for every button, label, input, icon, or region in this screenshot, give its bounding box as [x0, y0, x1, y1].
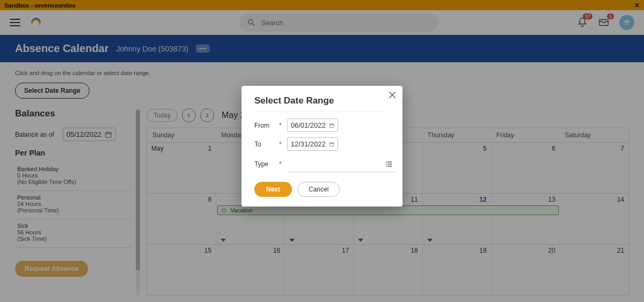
cancel-button[interactable]: Cancel [297, 182, 340, 197]
modal-close-button[interactable] [387, 90, 397, 100]
svg-point-20 [386, 164, 387, 165]
to-date-value: 12/31/2022 [291, 140, 326, 148]
calendar-icon [329, 141, 334, 148]
svg-rect-8 [330, 124, 333, 128]
select-date-range-modal: Select Date Range From * 06/01/2022 To *… [241, 86, 402, 207]
close-icon [387, 90, 397, 100]
to-date-input[interactable]: 12/31/2022 [287, 137, 338, 151]
list-icon [384, 159, 394, 169]
next-button[interactable]: Next [254, 182, 292, 197]
from-date-input[interactable]: 06/01/2022 [287, 119, 338, 132]
svg-rect-12 [330, 143, 333, 146]
svg-point-21 [386, 165, 387, 166]
modal-title: Select Date Range [254, 95, 389, 112]
modal-overlay: Select Date Range From * 06/01/2022 To *… [0, 0, 644, 302]
svg-point-19 [386, 161, 387, 163]
to-label: To [254, 141, 274, 148]
type-label: Type [254, 160, 274, 168]
required-indicator: * [279, 160, 282, 168]
required-indicator: * [279, 141, 282, 148]
required-indicator: * [279, 122, 282, 129]
calendar-icon [329, 122, 334, 129]
type-input[interactable] [287, 156, 396, 172]
from-date-value: 06/01/2022 [291, 121, 326, 129]
from-label: From [254, 122, 274, 129]
